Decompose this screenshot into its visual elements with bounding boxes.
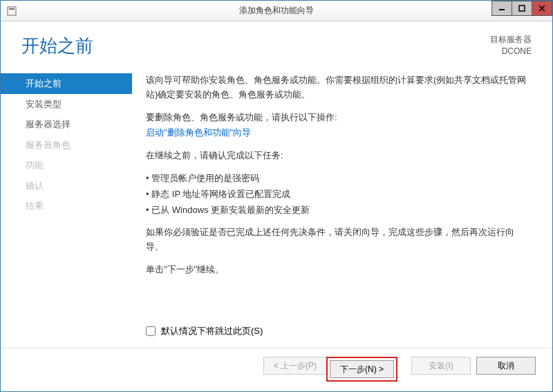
- cancel-button[interactable]: 取消: [476, 357, 536, 375]
- button-bar: < 上一步(P) 下一步(N) > 安装(I) 取消: [1, 348, 552, 391]
- app-icon: [6, 6, 17, 17]
- continue-text: 单击"下一步"继续。: [146, 263, 532, 277]
- next-button[interactable]: 下一步(N) >: [330, 360, 394, 378]
- sidebar-item-results: 结果: [1, 196, 132, 216]
- svg-rect-1: [9, 8, 15, 10]
- sidebar-item-features: 功能: [1, 155, 132, 176]
- server-label: 目标服务器: [490, 34, 532, 46]
- task-list: 管理员帐户使用的是强密码 静态 IP 地址等网络设置已配置完成 已从 Windo…: [146, 171, 532, 217]
- server-name: DCONE: [490, 46, 532, 57]
- remove-label: 要删除角色、角色服务或功能，请执行以下操作:: [146, 111, 532, 125]
- window-title: 添加角色和功能向导: [239, 5, 314, 17]
- task-item: 已从 Windows 更新安装最新的安全更新: [146, 203, 532, 218]
- titlebar[interactable]: 添加角色和功能向导: [1, 1, 552, 21]
- previous-button: < 上一步(P): [263, 357, 326, 375]
- sidebar-item-before-begin[interactable]: 开始之前: [1, 73, 132, 94]
- window-controls: [492, 1, 552, 16]
- sidebar-item-server-selection[interactable]: 服务器选择: [1, 114, 132, 135]
- main-content: 该向导可帮助你安装角色、角色服务或功能。你需要根据组织的计算要求(例如共享文档或…: [132, 66, 552, 325]
- svg-rect-0: [8, 7, 16, 15]
- close-button[interactable]: [532, 1, 552, 16]
- nav-button-group: < 上一步(P) 下一步(N) >: [263, 357, 397, 382]
- skip-checkbox[interactable]: [146, 326, 156, 336]
- wizard-window: 添加角色和功能向导 开始之前 目标服务器 DCONE 开始之前 安装类型 服务器…: [0, 0, 553, 392]
- remove-wizard-link[interactable]: 启动"删除角色和功能"向导: [146, 127, 251, 138]
- before-continue-text: 在继续之前，请确认完成以下任务:: [146, 149, 532, 163]
- header-section: 开始之前 目标服务器 DCONE: [1, 21, 552, 66]
- skip-label[interactable]: 默认情况下将跳过此页(S): [161, 325, 263, 337]
- maximize-button[interactable]: [512, 1, 532, 16]
- task-item: 静态 IP 地址等网络设置已配置完成: [146, 187, 532, 202]
- skip-section: 默认情况下将跳过此页(S): [1, 325, 552, 348]
- install-button: 安装(I): [411, 357, 471, 375]
- main-body: 开始之前 安装类型 服务器选择 服务器角色 功能 确认 结果 该向导可帮助你安装…: [1, 66, 552, 325]
- sidebar-item-server-roles: 服务器角色: [1, 135, 132, 156]
- minimize-button[interactable]: [491, 1, 512, 16]
- sidebar-item-confirm: 确认: [1, 176, 132, 196]
- verify-text: 如果你必须验证是否已完成上述任何先决条件，请关闭向导，完成这些步骤，然后再次运行…: [146, 225, 532, 254]
- content-area: 开始之前 目标服务器 DCONE 开始之前 安装类型 服务器选择 服务器角色 功…: [1, 21, 552, 391]
- sidebar-item-install-type[interactable]: 安装类型: [1, 94, 132, 115]
- sidebar: 开始之前 安装类型 服务器选择 服务器角色 功能 确认 结果: [1, 66, 132, 325]
- task-item: 管理员帐户使用的是强密码: [146, 171, 532, 186]
- intro-text: 该向导可帮助你安装角色、角色服务或功能。你需要根据组织的计算要求(例如共享文档或…: [146, 73, 532, 102]
- svg-rect-3: [519, 6, 525, 11]
- page-title: 开始之前: [21, 34, 93, 58]
- server-info: 目标服务器 DCONE: [490, 34, 532, 57]
- next-button-highlight: 下一步(N) >: [326, 357, 397, 382]
